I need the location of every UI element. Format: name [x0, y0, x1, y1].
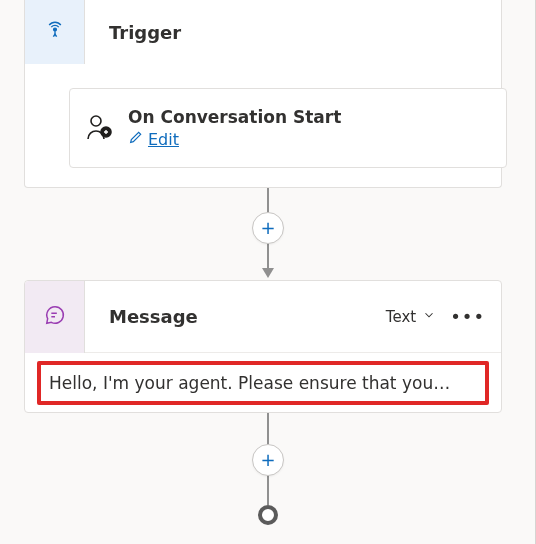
message-output-type-label: Text	[386, 308, 416, 326]
user-bubble-icon	[78, 107, 120, 149]
message-icon-container	[25, 281, 85, 353]
message-header: Message Text •••	[25, 281, 501, 353]
flow-end-terminal	[258, 505, 278, 525]
trigger-event-title: On Conversation Start	[128, 107, 341, 127]
add-node-button[interactable]: +	[252, 444, 284, 476]
message-title: Message	[85, 306, 386, 327]
message-text-body[interactable]: Hello, I'm your agent. Please ensure tha…	[37, 361, 489, 405]
trigger-node[interactable]: Trigger On Conversation Start	[24, 0, 502, 188]
message-node[interactable]: Message Text ••• Hello, I'm your agent. …	[24, 280, 502, 413]
message-more-button[interactable]: •••	[446, 306, 489, 327]
chat-bubble-icon	[44, 304, 66, 330]
plus-icon: +	[260, 219, 275, 237]
trigger-title: Trigger	[85, 22, 181, 43]
svg-point-1	[91, 116, 101, 126]
message-output-type-selector[interactable]: Text	[386, 308, 436, 326]
arrow-down-icon	[262, 268, 274, 278]
chevron-down-icon	[422, 308, 436, 326]
flow-canvas[interactable]: Trigger On Conversation Start	[0, 0, 536, 544]
ellipsis-icon: •••	[450, 306, 485, 327]
pencil-icon	[128, 129, 144, 149]
trigger-header: Trigger	[25, 0, 501, 64]
add-node-button[interactable]: +	[252, 212, 284, 244]
edit-trigger-link[interactable]: Edit	[128, 129, 341, 149]
edit-trigger-label[interactable]: Edit	[148, 130, 179, 149]
svg-point-0	[53, 28, 56, 31]
trigger-icon-container	[25, 0, 85, 64]
trigger-event-card[interactable]: On Conversation Start Edit	[69, 88, 507, 168]
plus-icon: +	[260, 451, 275, 469]
antenna-icon	[45, 20, 65, 44]
